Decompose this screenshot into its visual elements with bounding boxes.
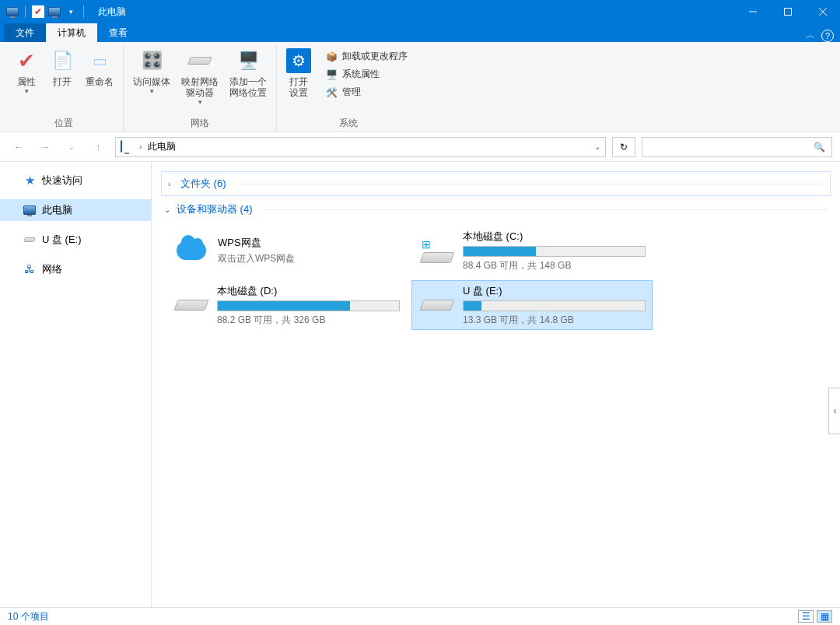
refresh-button[interactable]: ↻	[612, 137, 635, 157]
tab-computer[interactable]: 计算机	[46, 23, 97, 42]
manage-button[interactable]: 🛠️管理	[322, 84, 411, 100]
pc-icon	[23, 204, 36, 216]
icons-view-button[interactable]: ▦	[817, 610, 832, 623]
qat-pc-icon[interactable]	[48, 5, 61, 18]
uninstall-icon: 📦	[325, 51, 338, 63]
checkmark-icon: ✔	[14, 48, 39, 73]
open-icon: 📄	[50, 48, 75, 73]
chevron-right-icon: ›	[139, 142, 142, 151]
drive-c[interactable]: ⊞ 本地磁盘 (C:) 88.4 GB 可用，共 148 GB	[411, 226, 653, 276]
ribbon-group-label: 网络	[191, 114, 209, 132]
network-location-icon: 🖥️	[236, 48, 261, 73]
cloud-icon	[173, 232, 210, 269]
ribbon-tabs: 文件 计算机 查看 ︿ ?	[0, 23, 840, 42]
titlebar: ✔ ▾ 此电脑	[0, 0, 840, 23]
breadcrumb-root[interactable]: 此电脑	[148, 140, 176, 153]
usb-icon	[23, 233, 36, 246]
ribbon-group-label: 系统	[339, 114, 358, 132]
map-drive-button[interactable]: 映射网络 驱动器 ▾	[177, 45, 223, 114]
ribbon: ✔ 属性 ▾ 📄 打开 ▭ 重命名 位置 🎛️ 访问媒体 ▾ 映	[0, 42, 840, 132]
item-count: 10 个项目	[8, 610, 49, 623]
network-icon: 🖧	[23, 263, 36, 276]
tab-view[interactable]: 查看	[97, 23, 139, 42]
search-input[interactable]: 🔍	[642, 137, 832, 157]
storage-bar	[463, 300, 646, 311]
details-view-button[interactable]: ☰	[798, 610, 814, 623]
rename-button[interactable]: ▭ 重命名	[81, 45, 118, 114]
svg-rect-1	[784, 9, 791, 16]
drive-e[interactable]: U 盘 (E:) 13.3 GB 可用，共 14.8 GB	[411, 280, 653, 330]
drive-wps-cloud[interactable]: WPS网盘 双击进入WPS网盘	[166, 226, 407, 276]
ribbon-group-system: ⚙ 打开 设置 📦卸载或更改程序 🖥️系统属性 🛠️管理 系统	[277, 45, 420, 132]
map-drive-icon	[187, 48, 212, 73]
sidebar-item-network[interactable]: 🖧 网络	[0, 258, 151, 280]
open-button[interactable]: 📄 打开	[45, 45, 79, 114]
storage-bar	[217, 300, 400, 311]
up-button[interactable]: ↑	[92, 141, 104, 153]
sidebar: ★ 快速访问 此电脑 U 盘 (E:) 🖧 网络	[0, 162, 152, 607]
qat-dropdown-icon[interactable]: ▾	[65, 5, 77, 18]
window-title: 此电脑	[98, 5, 126, 19]
close-button[interactable]	[805, 0, 840, 23]
content-area: › 文件夹 (6) ⌄ 设备和驱动器 (4) WPS网盘 双击进入WPS网盘 ⊞	[152, 162, 840, 607]
star-icon: ★	[23, 174, 36, 187]
group-devices[interactable]: ⌄ 设备和驱动器 (4)	[161, 199, 831, 219]
ribbon-group-network: 🎛️ 访问媒体 ▾ 映射网络 驱动器 ▾ 🖥️ 添加一个 网络位置 网络	[124, 45, 277, 132]
explorer-icon	[6, 5, 19, 18]
qat-checkbox-icon[interactable]: ✔	[32, 5, 44, 18]
minimize-button[interactable]	[735, 0, 770, 23]
ribbon-group-label: 位置	[54, 114, 73, 132]
rename-icon: ▭	[87, 48, 112, 73]
help-icon[interactable]: ?	[821, 30, 834, 42]
drive-d[interactable]: 本地磁盘 (D:) 88.2 GB 可用，共 326 GB	[166, 280, 407, 330]
disk-icon	[173, 286, 209, 324]
open-settings-button[interactable]: ⚙ 打开 设置	[282, 45, 316, 114]
system-props-icon: 🖥️	[325, 68, 338, 81]
preview-pane-toggle[interactable]: ‹	[828, 388, 840, 434]
storage-bar	[463, 246, 646, 257]
chevron-down-icon: ⌄	[164, 205, 172, 214]
system-properties-button[interactable]: 🖥️系统属性	[322, 66, 411, 83]
access-media-button[interactable]: 🎛️ 访问媒体 ▾	[128, 45, 175, 114]
properties-button[interactable]: ✔ 属性 ▾	[9, 45, 44, 114]
drives-grid: WPS网盘 双击进入WPS网盘 ⊞ 本地磁盘 (C:) 88.4 GB 可用，共…	[161, 219, 831, 330]
ribbon-group-location: ✔ 属性 ▾ 📄 打开 ▭ 重命名 位置	[5, 45, 124, 132]
add-network-location-button[interactable]: 🖥️ 添加一个 网络位置	[225, 45, 271, 114]
uninstall-button[interactable]: 📦卸载或更改程序	[322, 48, 411, 65]
sidebar-item-this-pc[interactable]: 此电脑	[0, 199, 151, 221]
tab-file[interactable]: 文件	[4, 23, 46, 42]
gear-icon: ⚙	[286, 48, 311, 73]
maximize-button[interactable]	[770, 0, 805, 23]
address-dropdown-icon[interactable]: ⌄	[594, 142, 600, 151]
recent-dropdown[interactable]: ⌄	[65, 141, 78, 153]
collapse-ribbon-button[interactable]: ︿	[806, 29, 815, 42]
sidebar-item-usb[interactable]: U 盘 (E:)	[0, 229, 151, 251]
media-icon: 🎛️	[139, 48, 164, 73]
manage-icon: 🛠️	[325, 86, 338, 99]
status-bar: 10 个项目 ☰ ▦	[0, 607, 840, 625]
back-button[interactable]: ←	[12, 141, 25, 153]
forward-button[interactable]: →	[39, 141, 51, 153]
address-bar[interactable]: › 此电脑 ⌄	[115, 137, 606, 157]
navigation-bar: ← → ⌄ ↑ › 此电脑 ⌄ ↻ 🔍	[0, 132, 840, 162]
pc-icon	[121, 141, 133, 153]
chevron-right-icon: ›	[168, 180, 176, 188]
search-icon: 🔍	[814, 142, 825, 153]
group-folders[interactable]: › 文件夹 (6)	[161, 171, 831, 196]
sidebar-item-quick-access[interactable]: ★ 快速访问	[0, 170, 151, 191]
disk-icon: ⊞	[418, 232, 455, 269]
usb-disk-icon	[418, 286, 455, 324]
